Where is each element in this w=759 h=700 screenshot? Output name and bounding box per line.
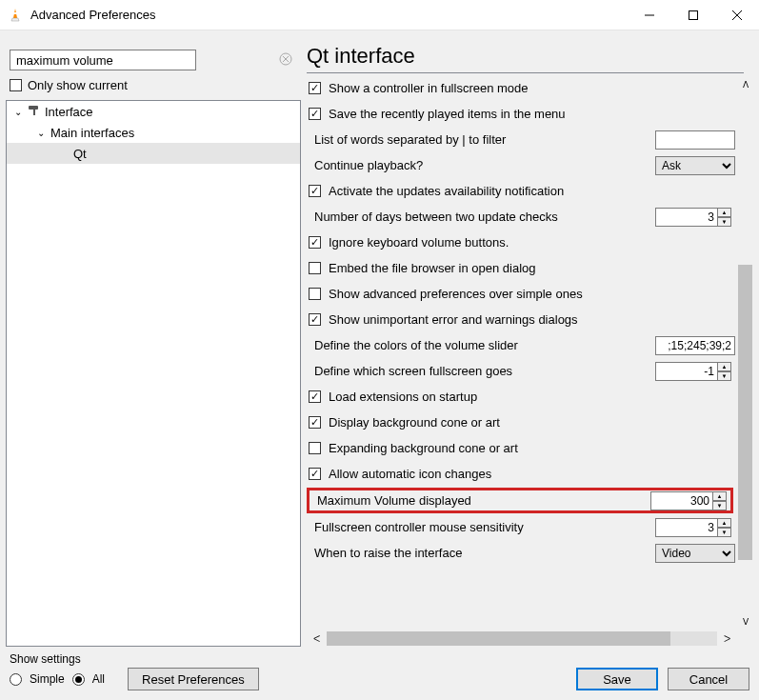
scroll-left-icon[interactable]: ᐸ [309,633,325,644]
window-title: Advanced Preferences [30,8,628,22]
option-row: Number of days between two update checks… [307,204,735,230]
option-label: Expanding background cone or art [323,441,735,455]
option-label: Define the colors of the volume slider [309,338,655,352]
page-title: Qt interface [307,36,753,72]
spinner-up-icon[interactable]: ▲ [718,362,731,371]
option-spinner-input[interactable] [655,362,718,381]
option-select[interactable]: Ask [655,156,735,175]
option-row: Define which screen fullscreen goes▲▼ [307,358,735,384]
horizontal-scrollbar[interactable]: ᐸ ᐳ [307,630,737,647]
option-spinner-input[interactable] [655,208,718,227]
option-checkbox[interactable] [309,468,321,480]
option-label: Show a controller in fullscreen mode [323,81,735,95]
option-checkbox[interactable] [309,236,321,249]
tree-item-qt[interactable]: Qt [7,143,300,164]
reset-preferences-button[interactable]: Reset Preferences [128,668,259,690]
scroll-up-icon[interactable]: ᐱ [738,77,752,91]
option-checkbox[interactable] [309,185,321,197]
option-row: List of words separated by | to filter [307,127,735,152]
only-show-current-label: Only show current [28,78,128,92]
close-button[interactable] [715,0,759,30]
option-checkbox[interactable] [309,262,321,274]
spinner-up-icon[interactable]: ▲ [718,208,731,217]
option-label: List of words separated by | to filter [309,132,655,147]
svg-rect-8 [29,106,38,110]
option-label: When to raise the interface [309,546,655,560]
cancel-button[interactable]: Cancel [668,668,749,690]
option-row: Show advanced preferences over simple on… [307,281,735,307]
roller-icon [28,104,41,120]
radio-simple[interactable] [10,673,22,686]
options-pane: Show a controller in fullscreen modeSave… [307,75,737,630]
option-checkbox[interactable] [309,390,321,403]
radio-all[interactable] [72,673,85,686]
option-label: Continue playback? [309,158,655,172]
option-label: Show unimportant error and warnings dial… [323,312,735,327]
option-spinner-input[interactable] [650,491,713,510]
option-label: Show advanced preferences over simple on… [323,287,735,301]
divider [307,72,744,73]
footer: Show settings Simple All Reset Preferenc… [0,647,759,700]
spinner-down-icon[interactable]: ▼ [718,217,731,227]
option-checkbox[interactable] [309,442,321,454]
scrollbar-thumb[interactable] [327,631,670,646]
option-row: Display background cone or art [307,410,735,435]
tree-item-interface[interactable]: ⌄ Interface [7,101,300,122]
option-label: Define which screen fullscreen goes [309,364,655,378]
option-label: Load extensions on startup [323,390,735,404]
option-label: Embed the file browser in open dialog [323,261,735,275]
spinner-up-icon[interactable]: ▲ [718,518,731,528]
option-row: Fullscreen controller mouse sensitivity▲… [307,514,735,540]
spinner-down-icon[interactable]: ▼ [713,501,727,510]
minimize-button[interactable] [628,0,671,30]
option-checkbox[interactable] [309,416,321,429]
chevron-down-icon[interactable]: ⌄ [35,128,47,138]
title-bar: Advanced Preferences [0,0,759,30]
show-settings-label: Show settings [10,652,259,666]
option-label: Maximum Volume displayed [311,493,650,508]
option-label: Save the recently played items in the me… [323,107,735,121]
search-input[interactable] [10,50,196,70]
clear-search-icon[interactable] [278,51,293,67]
option-row: Show a controller in fullscreen mode [307,75,735,101]
option-checkbox[interactable] [309,82,321,94]
option-checkbox[interactable] [309,108,321,120]
spinner-up-icon[interactable]: ▲ [713,491,727,501]
settings-tree[interactable]: ⌄ Interface ⌄ Main interfaces Qt [6,100,301,647]
radio-all-label: All [92,672,105,686]
option-row: Expanding background cone or art [307,435,735,461]
option-row: Load extensions on startup [307,384,735,410]
save-button[interactable]: Save [576,668,658,690]
option-spinner-input[interactable] [655,518,718,537]
spinner-down-icon[interactable]: ▼ [718,528,731,537]
tree-item-main-interfaces[interactable]: ⌄ Main interfaces [7,122,300,143]
tree-item-label: Interface [45,105,93,119]
scroll-right-icon[interactable]: ᐳ [719,633,735,644]
option-checkbox[interactable] [309,313,321,326]
option-label: Ignore keyboard volume buttons. [323,235,735,250]
option-label: Allow automatic icon changes [323,467,735,481]
option-row: Activate the updates availability notifi… [307,178,735,204]
option-row: Define the colors of the volume slider [307,332,735,358]
svg-rect-0 [13,12,17,14]
svg-rect-2 [689,10,698,19]
settings-panel: Qt interface Show a controller in fullsc… [307,36,753,647]
spinner-down-icon[interactable]: ▼ [718,371,731,381]
scroll-down-icon[interactable]: ᐯ [738,614,752,629]
option-text-input[interactable] [655,130,735,150]
vertical-scrollbar[interactable]: ᐱ ᐯ [737,75,753,630]
option-select[interactable]: Video [655,544,735,563]
app-icon [8,8,23,23]
tree-item-label: Main interfaces [50,126,134,140]
chevron-down-icon[interactable]: ⌄ [12,107,24,117]
option-row: Show unimportant error and warnings dial… [307,307,735,332]
maximize-button[interactable] [671,0,715,30]
option-text-input[interactable] [655,336,735,355]
option-row: Allow automatic icon changes [307,461,735,487]
option-checkbox[interactable] [309,288,321,300]
only-show-current-checkbox[interactable] [10,79,22,91]
option-row: Embed the file browser in open dialog [307,255,735,281]
option-row: When to raise the interfaceVideo [307,540,735,566]
option-row: Maximum Volume displayed▲▼ [307,488,733,513]
scrollbar-thumb[interactable] [738,265,752,560]
